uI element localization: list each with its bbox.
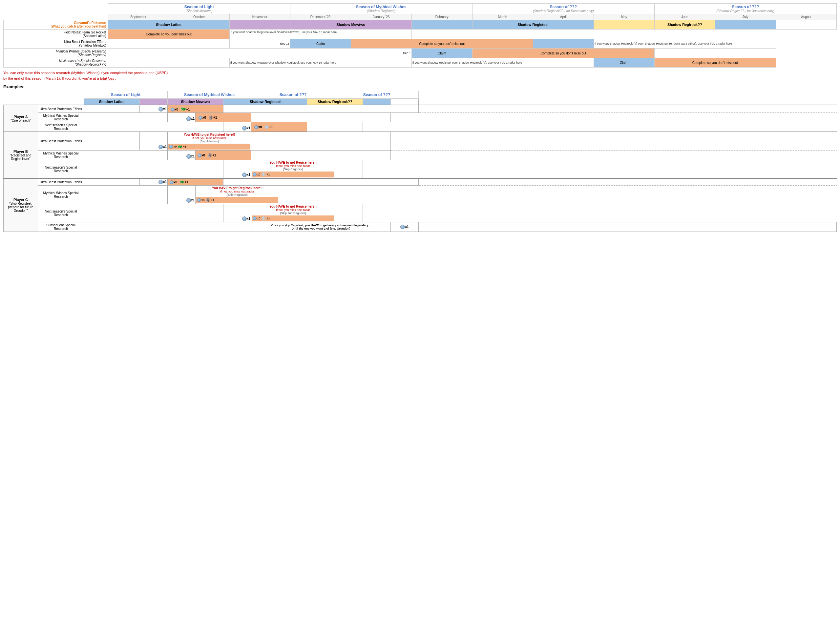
pb-must-get-regice: You HAVE to get Regice here!! xyxy=(252,161,334,164)
month-header-row: September October November December '22 … xyxy=(4,14,837,20)
player-a-next-label: Next season's Special Research xyxy=(38,122,84,132)
next-season-complete: Complete so you don't miss out xyxy=(654,58,776,68)
pc-must-get-regice: You HAVE to get Regice here!! xyxy=(252,205,334,208)
month-may: May xyxy=(594,14,654,20)
month-jan: January '23 xyxy=(351,14,412,20)
player-a-cell: Player A "One of each" xyxy=(4,105,38,132)
radar-icon-pb-ubpe xyxy=(158,145,163,149)
radar-icon-pa-ubpe xyxy=(158,107,163,112)
player-b-cell: Player B "Registeel and Regice lover" xyxy=(4,132,38,178)
month-jul: July xyxy=(715,14,776,20)
season-light-sub: (Shadow Mewtwo) xyxy=(110,9,289,13)
ubpe-complete: Complete so you don't miss out xyxy=(351,39,533,49)
pb-if-not-registeel: If not, you miss next radar xyxy=(168,136,250,140)
total-loss-text: total loss xyxy=(100,76,114,80)
shadow-regirock-cell: Shadow Regirock?? xyxy=(654,20,715,30)
player-c-next-row: Next season's Special Research x1 You HA… xyxy=(4,204,837,222)
player-a-nextseasn-row: Next season's Special Research x1 x0 ❄️+… xyxy=(4,122,837,132)
field-notes-row: Field Notes: Team Go Rocket (Shadow Lati… xyxy=(4,30,837,39)
season-header-row: Season of Light (Shadow Mewtwo) Season o… xyxy=(4,4,837,14)
feb1-label: Feb 1 xyxy=(351,49,412,58)
player-c-ubpe-label: Ultra Beast Protection Efforts xyxy=(38,178,84,186)
shadow-mewtwo-cell: Shadow Mewtwo xyxy=(290,20,412,30)
player-b-ubpe-row: Player B "Registeel and Regice lover" Ul… xyxy=(4,132,837,151)
ubpe-note: If you want Shadow Regirock (?) over Sha… xyxy=(594,39,776,49)
field-notes-complete: Complete so you don't miss out xyxy=(108,30,229,39)
player-b-ubpe-label: Ultra Beast Protection Efforts xyxy=(38,132,84,151)
next-season-claim: Claim xyxy=(594,58,654,68)
radar-icon-pa-ubpe2 xyxy=(171,107,175,112)
season-mythical-header: Season of Mythical Wishes xyxy=(292,5,471,9)
ubpe-row: Ultra Beast Protection Efforts (Shadow M… xyxy=(4,39,837,49)
ubpe-label: Ultra Beast Protection Efforts (Shadow M… xyxy=(4,39,108,49)
player-c-mythical-row: Mythical Wishes Special Research x1 You … xyxy=(4,186,837,204)
player-a-mythical-row: Mythical Wishes Special Research x1 x0 🗿… xyxy=(4,113,837,122)
field-notes-label: Field Notes: Team Go Rocket (Shadow Lati… xyxy=(4,30,108,39)
next-season-feb-note: If you want Shadow Registeel over Shadow… xyxy=(412,58,594,68)
player-b-mythical-label: Mythical Wishes Special Research xyxy=(38,151,84,160)
player-c-subsequent-row: Subsequent Special Research Once you ski… xyxy=(4,222,837,232)
notice-text: You can only claim this season's researc… xyxy=(3,70,837,81)
next-season-row: Next season's Special Research (Shadow R… xyxy=(4,58,837,68)
player-b-next-row: Next season's Special Research x1 You HA… xyxy=(4,160,837,179)
player-a-ubpe-label: Ultra Beast Protection Efforts xyxy=(38,105,84,113)
player-a-ubpe-row: Player A "One of each" Ultra Beast Prote… xyxy=(4,105,837,113)
pc-subsequent-note2: Until the one you want 2 of (e.g. Groudo… xyxy=(252,227,390,230)
radar-icon-pa-next2 xyxy=(254,125,258,129)
ex-season-light-header: Season of Light xyxy=(84,91,168,99)
month-aug: August xyxy=(776,14,836,20)
season-unk1-header: Season of ??? xyxy=(474,5,653,9)
player-b-mythical-row: Mythical Wishes Special Research x1 x0 🗿… xyxy=(4,151,837,160)
pb-must-get-registeel: You HAVE to get Registeel here!! xyxy=(168,133,250,136)
ex-season-mythical-header: Season of Mythical Wishes xyxy=(168,91,251,99)
month-apr: April xyxy=(533,14,594,20)
month-mar: March xyxy=(472,14,533,20)
ex-season-header-row: Season of Light Season of Mythical Wishe… xyxy=(4,91,837,99)
season-light-header: Season of Light xyxy=(110,5,289,9)
ex-giovanni-row: Shadow Latios Shadow Mewtwo Shadow Regis… xyxy=(4,99,837,105)
mewtwo-sprite: 🐲 xyxy=(180,106,186,112)
player-c-mythical-label: Mythical Wishes Special Research xyxy=(38,186,84,204)
next-season-nov-note: If you want Shadow Mewtwo over Shadow Re… xyxy=(229,58,412,68)
mythical-label: Mythical Wishes Special Research (Shadow… xyxy=(4,49,108,58)
month-oct: October xyxy=(169,14,229,20)
pc-must-get-regirock: You HAVE to get Regirock here!! xyxy=(196,186,278,190)
player-b-next-label: Next season's Special Research xyxy=(38,160,84,179)
regice-sprite: ❄️ xyxy=(264,124,269,129)
month-feb: February xyxy=(412,14,472,20)
main-container: Season of Light (Shadow Mewtwo) Season o… xyxy=(3,3,837,232)
season-unk2-header: Season of ??? xyxy=(656,5,835,9)
radar-icon-pa-mythical2 xyxy=(199,116,202,120)
regirock-sprite: 🗿 xyxy=(208,115,213,120)
field-notes-note: If you want Shadow Registeel over Shadow… xyxy=(229,30,412,39)
shadow-latios-cell: Shadow Latios xyxy=(108,20,229,30)
mythical-row: Mythical Wishes Special Research (Shadow… xyxy=(4,49,837,58)
reference-table: Season of Light (Shadow Mewtwo) Season o… xyxy=(3,3,837,68)
season-unk2-sub: (Shadow Regice?? - for illustration only… xyxy=(656,9,835,13)
season-unk1-sub: (Shadow Regirock?? - for illustration on… xyxy=(474,9,653,13)
month-sep: September xyxy=(108,14,169,20)
month-dec: December '22 xyxy=(290,14,351,20)
player-c-cell: Player C "Skip Registeel, prepare for fu… xyxy=(4,178,38,232)
player-c-next-label: Next season's Special Research xyxy=(38,204,84,222)
ubpe-claim: Claim xyxy=(290,39,351,49)
month-nov: November xyxy=(229,14,290,20)
giovanni-row: Giovanni's Pokemon (What you catch after… xyxy=(4,20,837,30)
mythical-claim: Claim xyxy=(412,49,472,58)
mythical-complete: Complete so you don't miss out xyxy=(472,49,654,58)
season-mythical-sub: (Shadow Registeel) xyxy=(292,9,471,13)
next-season-label: Next season's Special Research (Shadow R… xyxy=(4,58,108,68)
examples-title: Examples: xyxy=(3,84,837,89)
ex-season-unk2-header: Season of ??? xyxy=(335,91,419,99)
player-a-mythical-label: Mythical Wishes Special Research xyxy=(38,113,84,122)
month-jun: June xyxy=(654,14,715,20)
radar-icon-pa-mythical xyxy=(186,117,191,121)
player-c-ubpe-row: Player C "Skip Registeel, prepare for fu… xyxy=(4,178,837,186)
player-c-subsequent-label: Subsequent Special Research xyxy=(38,222,84,232)
giovanni-label: Giovanni's Pokemon (What you catch after… xyxy=(4,20,108,30)
ex-season-unk1-header: Season of ??? xyxy=(251,91,335,99)
pc-subsequent-note1: Once you skip Registeel, you HAVE to get… xyxy=(252,224,390,227)
shadow-registeel-cell: Shadow Registeel xyxy=(472,20,594,30)
nov16-label: Nov 16 xyxy=(229,39,290,49)
examples-table: Season of Light Season of Mythical Wishe… xyxy=(3,91,837,232)
